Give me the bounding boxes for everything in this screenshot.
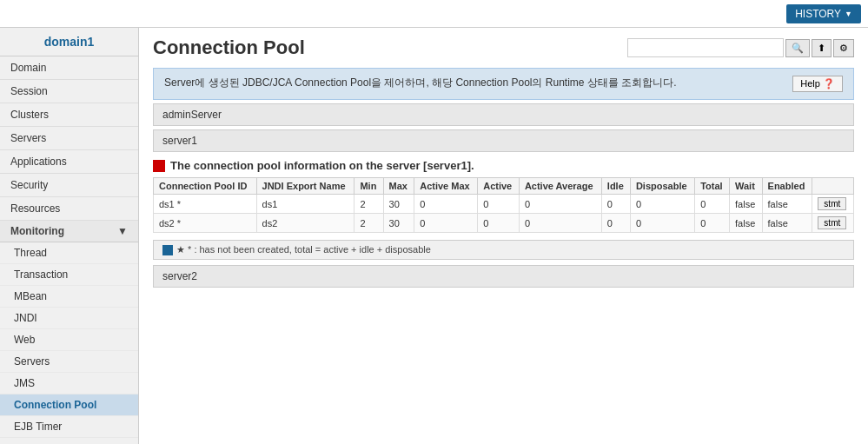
cell-jndi: ds1: [256, 195, 354, 214]
sidebar-item-session[interactable]: Session: [0, 80, 138, 103]
col-enabled: Enabled: [762, 178, 812, 195]
sidebar: domain1 Domain Session Clusters Servers …: [0, 28, 139, 444]
col-active-max: Active Max: [414, 178, 478, 195]
cell-stmt[interactable]: stmt: [812, 214, 854, 233]
cell-disposable: 0: [630, 214, 694, 233]
cell-id: ds2 *: [154, 214, 257, 233]
table-title-text: The connection pool information on the s…: [170, 159, 474, 172]
export-button[interactable]: ⬆: [812, 39, 832, 57]
col-disposable: Disposable: [630, 178, 694, 195]
cell-max: 30: [383, 195, 414, 214]
table-title: The connection pool information on the s…: [153, 159, 854, 172]
cell-min: 2: [354, 195, 383, 214]
cell-wait: false: [730, 195, 763, 214]
cell-active: 0: [478, 195, 520, 214]
cell-min: 2: [354, 214, 383, 233]
cell-active-avg: 0: [519, 195, 601, 214]
server-row-adminserver[interactable]: adminServer: [153, 103, 854, 126]
sidebar-sub-connection-pool[interactable]: Connection Pool: [0, 394, 138, 416]
sidebar-sub-thread[interactable]: Thread: [0, 242, 138, 264]
sidebar-sub-jndi[interactable]: JNDI: [0, 308, 138, 329]
col-max: Max: [383, 178, 414, 195]
table-row: ds1 * ds1 2 30 0 0 0 0 0 0 false false s…: [154, 195, 854, 214]
sidebar-item-clusters[interactable]: Clusters: [0, 103, 138, 127]
connection-pool-table: Connection Pool ID JNDI Export Name Min …: [153, 177, 854, 233]
col-total: Total: [695, 178, 730, 195]
sidebar-item-domain[interactable]: Domain: [0, 56, 138, 80]
col-idle: Idle: [601, 178, 630, 195]
cell-disposable: 0: [630, 195, 694, 214]
cell-active-max: 0: [414, 214, 478, 233]
help-button[interactable]: Help ❓: [792, 76, 843, 92]
sidebar-sub-system-info[interactable]: System Info: [0, 438, 138, 444]
sidebar-sub-mbean[interactable]: MBean: [0, 286, 138, 308]
cell-wait: false: [730, 214, 763, 233]
sidebar-sub-jms[interactable]: JMS: [0, 373, 138, 394]
sidebar-sub-web[interactable]: Web: [0, 329, 138, 351]
server-row-server2[interactable]: server2: [153, 265, 854, 288]
col-jndi: JNDI Export Name: [256, 178, 354, 195]
sidebar-sub-ejb-timer[interactable]: EJB Timer: [0, 416, 138, 438]
col-id: Connection Pool ID: [154, 178, 257, 195]
top-bar: HISTORY ▼: [0, 0, 868, 28]
sidebar-logo[interactable]: domain1: [0, 28, 138, 56]
table-section: The connection pool information on the s…: [153, 159, 854, 233]
page-title: Connection Pool: [153, 36, 305, 59]
col-action: [812, 178, 854, 195]
col-wait: Wait: [730, 178, 763, 195]
cell-idle: 0: [601, 214, 630, 233]
server-row-server1[interactable]: server1: [153, 129, 854, 152]
cell-enabled: false: [762, 214, 812, 233]
cell-total: 0: [695, 214, 730, 233]
main-content: Connection Pool 🔍 ⬆ ⚙ Server에 생성된 JDBC/J…: [139, 28, 868, 444]
cell-total: 0: [695, 195, 730, 214]
sidebar-item-resources[interactable]: Resources: [0, 197, 138, 221]
stmt-button[interactable]: stmt: [818, 197, 846, 210]
monitoring-arrow: ▼: [117, 225, 128, 237]
sidebar-sub-transaction[interactable]: Transaction: [0, 264, 138, 286]
monitoring-label: Monitoring: [10, 225, 64, 237]
cell-enabled: false: [762, 195, 812, 214]
note-text: ★ * : has not been created, total = acti…: [176, 244, 431, 255]
main-header: Connection Pool 🔍 ⬆ ⚙: [139, 28, 868, 64]
history-label: HISTORY: [795, 8, 841, 20]
col-min: Min: [354, 178, 383, 195]
sidebar-item-servers[interactable]: Servers: [0, 127, 138, 150]
cell-id: ds1 *: [154, 195, 257, 214]
search-input[interactable]: [627, 38, 784, 57]
history-button[interactable]: HISTORY ▼: [786, 4, 861, 23]
search-button[interactable]: 🔍: [785, 39, 810, 57]
sidebar-item-security[interactable]: Security: [0, 174, 138, 197]
cell-active: 0: [478, 214, 520, 233]
sidebar-monitoring-section[interactable]: Monitoring ▼: [0, 221, 138, 242]
cell-max: 30: [383, 214, 414, 233]
cell-active-avg: 0: [519, 214, 601, 233]
note-box: ★ * : has not been created, total = acti…: [153, 240, 854, 260]
col-active: Active: [478, 178, 520, 195]
info-text: Server에 생성된 JDBC/JCA Connection Pool을 제어…: [164, 76, 677, 90]
note-icon: [162, 245, 173, 255]
table-header-row: Connection Pool ID JNDI Export Name Min …: [154, 178, 854, 195]
search-bar: 🔍 ⬆ ⚙: [627, 38, 854, 57]
sidebar-item-applications[interactable]: Applications: [0, 150, 138, 174]
layout: domain1 Domain Session Clusters Servers …: [0, 28, 868, 444]
table-title-icon: [153, 160, 165, 172]
settings-button[interactable]: ⚙: [833, 39, 854, 57]
stmt-button[interactable]: stmt: [818, 216, 846, 229]
sidebar-sub-servers-mon[interactable]: Servers: [0, 351, 138, 373]
cell-idle: 0: [601, 195, 630, 214]
col-active-avg: Active Average: [519, 178, 601, 195]
cell-stmt[interactable]: stmt: [812, 195, 854, 214]
history-arrow: ▼: [845, 10, 852, 18]
info-box: Server에 생성된 JDBC/JCA Connection Pool을 제어…: [153, 68, 854, 100]
table-row: ds2 * ds2 2 30 0 0 0 0 0 0 false false s…: [154, 214, 854, 233]
cell-active-max: 0: [414, 195, 478, 214]
cell-jndi: ds2: [256, 214, 354, 233]
